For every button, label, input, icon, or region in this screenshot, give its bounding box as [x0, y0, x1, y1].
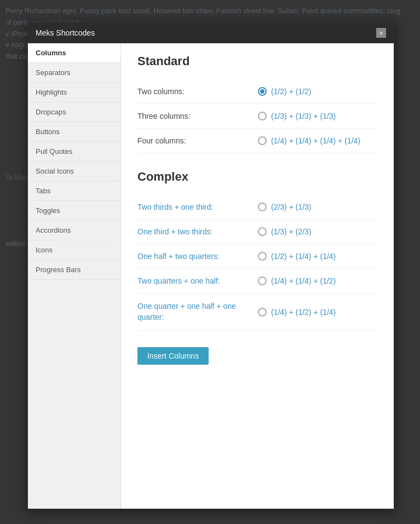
radio-one-half-two-quarters[interactable] — [258, 252, 267, 261]
sidebar-item-progress-bars[interactable]: Progress Bars — [28, 260, 120, 280]
radio-three-columns[interactable] — [258, 112, 267, 120]
three-columns-label: Three columns: — [137, 112, 258, 120]
two-columns-label: Two columns: — [137, 87, 258, 96]
sidebar-item-accordions[interactable]: Accordions — [28, 221, 120, 240]
sidebar-item-dropcaps[interactable]: Dropcaps — [28, 102, 120, 122]
complex-section-title: Complex — [137, 170, 377, 184]
option-row-two-quarters-one-half: Two quarters + one half: (1/4) + (1/4) +… — [137, 269, 377, 293]
sidebar-item-tabs[interactable]: Tabs — [28, 181, 120, 201]
sidebar: Columns Separators Highlights Dropcaps B… — [28, 43, 121, 509]
option-row-four-columns: Four columns: (1/4) + (1/4) + (1/4) + (1… — [137, 129, 377, 153]
two-columns-value: (1/2) + (1/2) — [258, 87, 312, 96]
sidebar-item-separators[interactable]: Separators — [28, 63, 120, 83]
sidebar-item-columns[interactable]: Columns — [28, 43, 120, 63]
option-row-one-half-two-quarters: One half + two quarters: (1/2) + (1/4) +… — [137, 244, 377, 269]
radio-four-columns[interactable] — [258, 136, 267, 145]
modal-close-button[interactable]: × — [376, 28, 386, 38]
sidebar-item-pull-quotes[interactable]: Pull Quotes — [28, 142, 120, 162]
modal-title: Meks Shortcodes — [36, 28, 95, 37]
two-thirds-one-third-value: (2/3) + (1/3) — [258, 203, 312, 211]
option-row-one-third-two-thirds: One third + two thirds: (1/3) + (2/3) — [137, 220, 377, 244]
option-row-three-columns: Three columns: (1/3) + (1/3) + (1/3) — [137, 104, 377, 129]
sidebar-item-buttons[interactable]: Buttons — [28, 122, 120, 142]
two-quarters-one-half-value: (1/4) + (1/4) + (1/2) — [258, 277, 336, 285]
one-quarter-one-half-one-quarter-value: (1/4) + (1/2) + (1/4) — [258, 308, 336, 316]
sidebar-item-icons[interactable]: Icons — [28, 240, 120, 260]
one-half-two-quarters-label: One half + two quarters: — [137, 252, 258, 261]
modal-dialog: Meks Shortcodes × Columns Separators Hig… — [27, 22, 394, 509]
four-columns-value: (1/4) + (1/4) + (1/4) + (1/4) — [258, 136, 360, 145]
option-row-one-quarter-one-half-one-quarter: One quarter + one half + one quarter: (1… — [137, 293, 377, 331]
sidebar-item-social-icons[interactable]: Social Icons — [28, 162, 120, 181]
radio-two-quarters-one-half[interactable] — [258, 277, 267, 285]
modal-body: Columns Separators Highlights Dropcaps B… — [28, 43, 394, 509]
radio-two-thirds-one-third[interactable] — [258, 203, 267, 211]
main-content: Standard Two columns: (1/2) + (1/2) Thre… — [121, 43, 394, 509]
radio-one-third-two-thirds[interactable] — [258, 227, 267, 236]
modal-titlebar: Meks Shortcodes × — [28, 22, 394, 43]
two-thirds-one-third-label: Two thirds + one third: — [137, 203, 258, 211]
option-row-two-thirds-one-third: Two thirds + one third: (2/3) + (1/3) — [137, 195, 377, 220]
radio-two-columns[interactable] — [258, 87, 267, 96]
two-quarters-one-half-label: Two quarters + one half: — [137, 277, 258, 285]
standard-section-title: Standard — [137, 54, 377, 68]
one-half-two-quarters-value: (1/2) + (1/4) + (1/4) — [258, 252, 336, 261]
radio-one-quarter-one-half-one-quarter[interactable] — [258, 308, 267, 316]
four-columns-label: Four columns: — [137, 136, 258, 145]
three-columns-value: (1/3) + (1/3) + (1/3) — [258, 112, 336, 120]
sidebar-item-toggles[interactable]: Toggles — [28, 201, 120, 221]
one-third-two-thirds-label: One third + two thirds: — [137, 227, 258, 236]
insert-columns-button[interactable]: Insert Columns — [137, 347, 209, 365]
complex-section: Complex Two thirds + one third: (2/3) + … — [137, 170, 377, 365]
sidebar-item-highlights[interactable]: Highlights — [28, 83, 120, 102]
one-third-two-thirds-value: (1/3) + (2/3) — [258, 227, 312, 236]
option-row-two-columns: Two columns: (1/2) + (1/2) — [137, 79, 377, 104]
one-quarter-one-half-one-quarter-label: One quarter + one half + one quarter: — [137, 301, 258, 323]
